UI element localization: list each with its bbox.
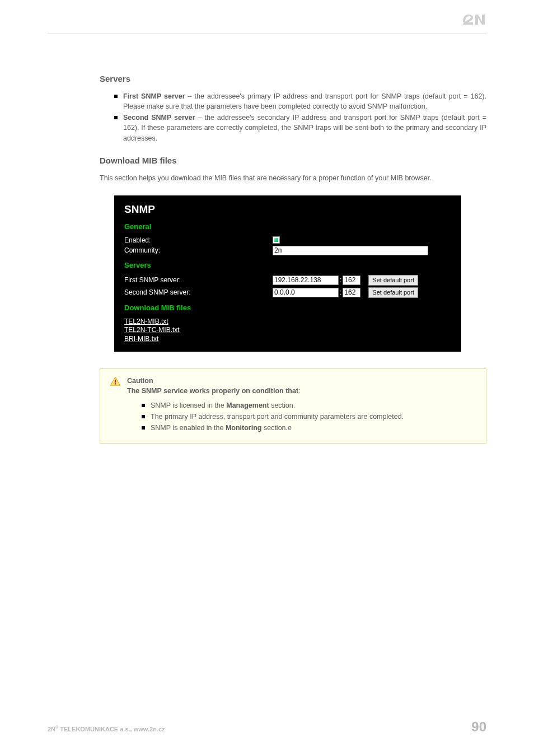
main-content: Servers First SNMP server – the addresse… <box>100 74 486 444</box>
colon-separator: : <box>340 288 341 296</box>
second-server-label: Second SNMP server: <box>124 288 273 296</box>
first-server-row: First SNMP server: : <box>124 275 451 286</box>
community-row: Community: <box>124 246 451 255</box>
download-heading: Download MIB files <box>100 156 486 165</box>
page: Servers First SNMP server – the addresse… <box>0 0 534 756</box>
brand-logo <box>462 10 486 29</box>
page-number: 90 <box>471 719 486 735</box>
servers-list: First SNMP server – the addressee's prim… <box>114 91 486 143</box>
caution-title: Caution <box>127 377 476 385</box>
page-footer: 2N® TELEKOMUNIKACE a.s., www.2n.cz 90 <box>48 719 486 735</box>
servers-heading: Servers <box>100 74 486 83</box>
svg-rect-2 <box>115 383 116 384</box>
colon-separator: : <box>340 276 341 284</box>
caution-callout: Caution The SNMP service works properly … <box>100 368 486 444</box>
mib-link-2[interactable]: TEL2N-TC-MIB.txt <box>124 326 451 335</box>
header-divider <box>48 34 486 34</box>
snmp-config-panel: SNMP General Enabled: Community: Servers… <box>114 195 461 352</box>
first-server-label: First SNMP server: <box>124 276 273 284</box>
caution-list: SNMP is licensed in the Management secti… <box>142 400 476 433</box>
mib-link-1[interactable]: TEL2N-MIB.txt <box>124 318 451 326</box>
caution-subtitle: The SNMP service works properly on condi… <box>127 387 476 395</box>
first-server-bold: First SNMP server <box>123 92 185 100</box>
panel-title: SNMP <box>124 203 451 216</box>
caution-bullet-1: SNMP is licensed in the Management secti… <box>142 400 476 410</box>
svg-rect-1 <box>115 380 116 382</box>
caution-bullet-3: SNMP is enabled in the Monitoring sectio… <box>142 423 476 433</box>
footer-company: 2N® TELEKOMUNIKACE a.s., www.2n.cz <box>48 725 165 732</box>
caution-bullet-2: The primary IP address, transport port a… <box>142 412 476 422</box>
first-set-default-button[interactable] <box>368 275 418 286</box>
first-server-bullet: First SNMP server – the addressee's prim… <box>114 91 486 111</box>
group-servers: Servers <box>124 261 451 269</box>
second-server-ip-input[interactable] <box>273 288 339 297</box>
first-server-port-input[interactable] <box>343 276 360 285</box>
group-general: General <box>124 222 451 231</box>
enabled-checkbox[interactable] <box>273 236 280 244</box>
download-paragraph: This section helps you download the MIB … <box>100 173 486 183</box>
warning-icon <box>110 377 120 388</box>
second-server-row: Second SNMP server: : <box>124 287 451 298</box>
second-server-port-input[interactable] <box>343 288 360 297</box>
mib-link-3[interactable]: BRI-MIB.txt <box>124 335 451 344</box>
enabled-row: Enabled: <box>124 236 451 244</box>
second-server-bullet: Second SNMP server – the addressee's sec… <box>114 113 486 143</box>
community-input[interactable] <box>273 246 428 255</box>
second-set-default-button[interactable] <box>368 287 418 298</box>
community-label: Community: <box>124 246 273 254</box>
group-download: Download MIB files <box>124 304 451 312</box>
second-server-bold: Second SNMP server <box>123 114 195 122</box>
enabled-label: Enabled: <box>124 236 273 244</box>
first-server-ip-input[interactable] <box>273 276 339 285</box>
